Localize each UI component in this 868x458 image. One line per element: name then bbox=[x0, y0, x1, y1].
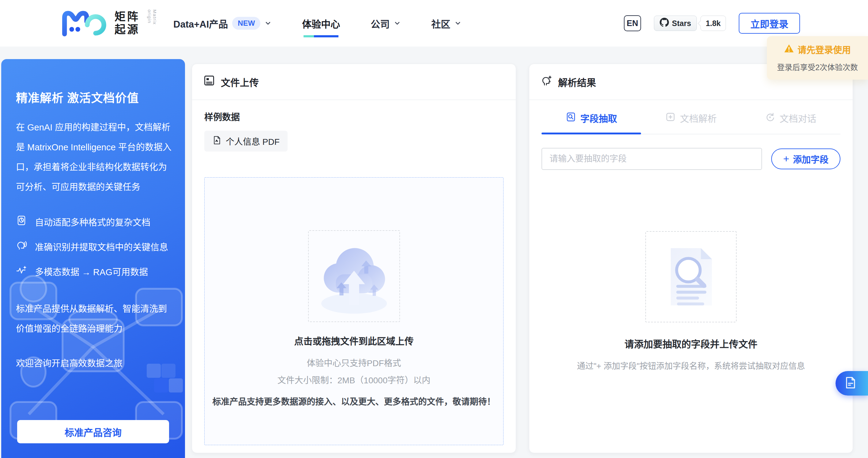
top-navbar: 矩阵 起源 Matrix origin Data+AI产品 NEW 体验中心 公… bbox=[0, 0, 868, 46]
intro-paragraph-3: 欢迎咨询开启高效数据之旅 bbox=[16, 356, 172, 369]
intro-content: 精准解析 激活文档价值 在 GenAI 应用的构建过程中，文档解析是 Matri… bbox=[1, 59, 185, 369]
tab-document-chat[interactable]: 文档对话 bbox=[741, 111, 840, 134]
dropzone-coming-soon-text: 标准产品支持更多数据源的接入、以及更大、更多格式的文件，敬请期待！ bbox=[205, 395, 503, 407]
toast-title: 请先登录使用 bbox=[772, 43, 863, 56]
active-nav-underline bbox=[304, 35, 338, 37]
toast-subtitle: 登录后享受2次体验次数 bbox=[772, 61, 863, 72]
upload-illustration-frame bbox=[308, 230, 400, 322]
head-sparkle-icon bbox=[540, 74, 553, 89]
login-required-toast: 请先登录使用 登录后享受2次体验次数 bbox=[767, 36, 868, 79]
parse-result-title: 解析结果 bbox=[558, 75, 596, 89]
dropzone-size-hint: 文件大小限制：2MB（10000字符）以内 bbox=[205, 373, 503, 386]
sample-file-chip[interactable]: 个人信息 PDF bbox=[204, 131, 288, 152]
chevron-down-icon bbox=[394, 20, 401, 27]
chevron-down-icon bbox=[265, 20, 271, 27]
add-field-button[interactable]: + 添加字段 bbox=[771, 149, 840, 169]
doc-chat-icon bbox=[765, 112, 775, 124]
result-tabs: 字段抽取 文档解析 文档对话 bbox=[541, 111, 840, 134]
field-extract-icon bbox=[566, 112, 576, 124]
nav-item-products[interactable]: Data+AI产品 NEW bbox=[173, 17, 271, 30]
feature-item: 多模态数据 → RAG可用数据 bbox=[16, 264, 172, 278]
new-badge: NEW bbox=[232, 17, 260, 30]
empty-state-title: 请添加要抽取的字段并上传文件 bbox=[529, 336, 853, 350]
dropzone-format-hint: 体验中心只支持PDF格式 bbox=[205, 356, 503, 369]
upload-dropzone[interactable]: 点击或拖拽文件到此区域上传 体验中心只支持PDF格式 文件大小限制：2MB（10… bbox=[204, 177, 503, 445]
github-stars-widget: Stars 1.8k bbox=[654, 15, 726, 31]
file-form-icon bbox=[203, 74, 215, 89]
feature-item: 自动适配多种格式的复杂文档 bbox=[16, 215, 172, 228]
logo-mark-icon bbox=[61, 7, 107, 40]
tab-document-parse[interactable]: 文档解析 bbox=[641, 111, 741, 134]
file-upload-body: 样例数据 个人信息 PDF bbox=[192, 100, 516, 445]
file-upload-title: 文件上传 bbox=[221, 75, 259, 89]
main-nav: Data+AI产品 NEW 体验中心 公司 社区 bbox=[173, 0, 461, 46]
dropzone-main-text: 点击或拖拽文件到此区域上传 bbox=[205, 334, 503, 347]
warning-icon bbox=[784, 44, 794, 55]
empty-illustration-frame bbox=[645, 231, 737, 322]
feature-item: 准确识别并提取文档中的关键信息 bbox=[16, 240, 172, 253]
plus-icon: + bbox=[783, 153, 789, 164]
empty-state-subtitle: 通过"+ 添加字段"按钮添加字段名称，系统将尝试抽取对应信息 bbox=[529, 359, 853, 371]
document-icon bbox=[844, 376, 857, 391]
intro-panel: 精准解析 激活文档价值 在 GenAI 应用的构建过程中，文档解析是 Matri… bbox=[1, 59, 185, 458]
speech-recognition-icon bbox=[16, 240, 27, 253]
intro-paragraph-2: 标准产品提供从数据解析、智能清洗到价值增强的全链路治理能力 bbox=[16, 299, 172, 339]
logo-cn-text: 矩阵 起源 bbox=[115, 10, 140, 36]
file-upload-header: 文件上传 bbox=[192, 64, 516, 100]
pdf-file-icon bbox=[212, 136, 221, 147]
upload-cloud-icon bbox=[316, 238, 392, 315]
intro-heading: 精准解析 激活文档价值 bbox=[16, 89, 172, 105]
tab-field-extraction[interactable]: 字段抽取 bbox=[541, 111, 641, 134]
doc-search-illustration bbox=[654, 240, 728, 314]
pulse-sparkle-icon bbox=[16, 264, 27, 278]
feature-list: 自动适配多种格式的复杂文档 准确识别并提取文档中的关键信息 bbox=[16, 215, 172, 278]
github-stars-button[interactable]: Stars bbox=[654, 15, 697, 31]
doc-parse-icon bbox=[665, 112, 676, 124]
field-input-row: + 添加字段 bbox=[541, 148, 840, 170]
sample-data-label: 样例数据 bbox=[204, 110, 503, 123]
parse-result-card: 解析结果 字段抽取 文档解析 文档对话 bbox=[529, 64, 853, 453]
logo[interactable]: 矩阵 起源 Matrix origin bbox=[61, 7, 157, 39]
standard-product-consult-button[interactable]: 标准产品咨询 bbox=[17, 420, 169, 443]
nav-item-company[interactable]: 公司 bbox=[371, 17, 401, 30]
github-star-count[interactable]: 1.8k bbox=[701, 15, 726, 31]
nav-item-community[interactable]: 社区 bbox=[431, 17, 461, 30]
intro-description: 在 GenAI 应用的构建过程中，文档解析是 MatrixOne Intelli… bbox=[16, 118, 172, 197]
github-icon bbox=[660, 18, 669, 29]
logo-en-text: Matrix origin bbox=[147, 9, 157, 37]
login-button[interactable]: 立即登录 bbox=[739, 13, 800, 34]
file-upload-card: 文件上传 样例数据 个人信息 PDF bbox=[192, 64, 516, 453]
document-chart-icon bbox=[16, 215, 27, 228]
chevron-down-icon bbox=[455, 20, 461, 27]
empty-state: 请添加要抽取的字段并上传文件 通过"+ 添加字段"按钮添加字段名称，系统将尝试抽… bbox=[529, 231, 853, 371]
field-name-input[interactable] bbox=[541, 148, 762, 170]
language-toggle-button[interactable]: EN bbox=[624, 15, 641, 31]
feedback-doc-float-button[interactable] bbox=[836, 371, 868, 396]
nav-item-experience-center[interactable]: 体验中心 bbox=[302, 17, 340, 30]
